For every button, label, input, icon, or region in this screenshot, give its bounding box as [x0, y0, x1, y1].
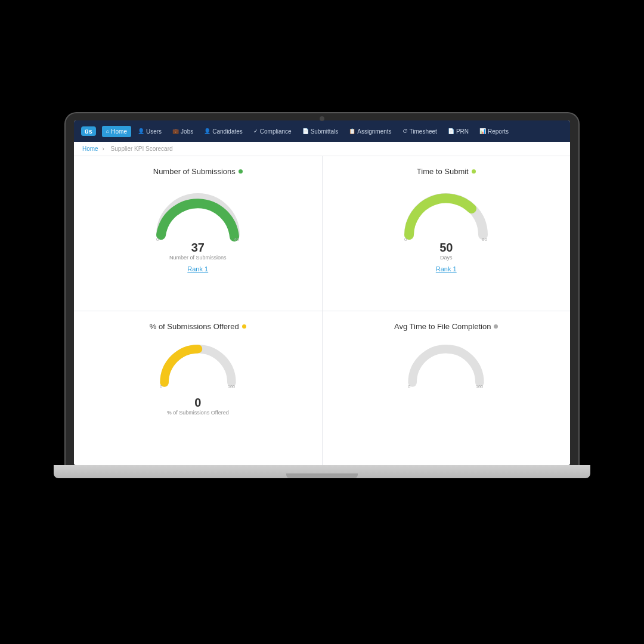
gauge-svg-submissions-offered: 0 100 [150, 338, 246, 398]
compliance-icon: ✓ [253, 128, 258, 134]
gauge-value-time-submit: 50 [439, 242, 453, 253]
gauge-max-submissions-offered: 100 [228, 383, 235, 389]
laptop-wrapper: ûs ⌂ Home 👤 Users 💼 Jobs 👤 [66, 113, 578, 531]
nav-item-compliance[interactable]: ✓ Compliance [249, 126, 296, 137]
screen-content-area: ûs ⌂ Home 👤 Users 💼 Jobs 👤 [74, 120, 570, 465]
gauge-submissions: 0 40 [150, 183, 246, 237]
prn-icon: 📄 [448, 128, 454, 134]
home-icon: ⌂ [106, 128, 109, 134]
nav-item-users[interactable]: 👤 Users [134, 126, 166, 137]
gauge-max-file-completion: 100 [476, 383, 483, 389]
kpi-title-file-completion: Avg Time to File Completion [394, 322, 498, 331]
gauge-min-time-submit: 0 [404, 237, 407, 242]
gauge-svg-submissions: 0 40 [150, 183, 246, 243]
nav-logo: ûs [81, 126, 96, 136]
kpi-title-submissions-offered: % of Submissions Offered [150, 322, 246, 331]
gauge-label-time-submit: Days [440, 255, 453, 261]
gauge-time-submit: 0 60 [398, 183, 494, 237]
navbar: ûs ⌂ Home 👤 Users 💼 Jobs 👤 [74, 120, 570, 142]
nav-item-assignments[interactable]: 📋 Assignments [345, 126, 395, 137]
nav-item-submittals[interactable]: 📄 Submittals [298, 126, 343, 137]
gauge-label-submissions: Number of Submissions [169, 255, 227, 261]
assignments-icon: 📋 [349, 128, 355, 134]
nav-item-timesheet[interactable]: ⏱ Timesheet [398, 126, 441, 137]
breadcrumb-current: Supplier KPI Scorecard [111, 145, 173, 152]
kpi-card-time-submit: Time to Submit 0 60 [323, 156, 571, 311]
kpi-dot-submissions [239, 169, 243, 174]
kpi-card-submissions-offered: % of Submissions Offered 0 100 [74, 311, 322, 466]
kpi-dot-file-completion [494, 324, 498, 329]
gauge-min-file-completion: 0 [408, 383, 411, 389]
reports-icon: 📊 [479, 128, 486, 134]
gauge-max-time-submit: 60 [482, 237, 487, 242]
breadcrumb: Home › Supplier KPI Scorecard [74, 142, 570, 156]
nav-item-prn[interactable]: 📄 PRN [444, 126, 473, 137]
timesheet-icon: ⏱ [402, 128, 408, 134]
rank-link-submissions[interactable]: Rank 1 [187, 265, 208, 273]
users-icon: 👤 [138, 128, 144, 134]
candidates-icon: 👤 [204, 128, 210, 134]
kpi-title-time-submit: Time to Submit [417, 167, 476, 176]
kpi-dot-time-submit [472, 169, 476, 174]
gauge-svg-time-submit: 0 60 [398, 183, 494, 243]
laptop-screen: ûs ⌂ Home 👤 Users 💼 Jobs 👤 [66, 113, 578, 465]
gauge-label-submissions-offered: % of Submissions Offered [167, 410, 229, 416]
breadcrumb-home[interactable]: Home [82, 145, 98, 152]
gauge-max-submissions: 40 [234, 237, 239, 242]
nav-item-reports[interactable]: 📊 Reports [475, 126, 513, 137]
gauge-value-submissions-offered: 0 [194, 397, 201, 408]
breadcrumb-separator: › [102, 145, 104, 152]
nav-item-home[interactable]: ⌂ Home [102, 126, 131, 137]
laptop-base [54, 465, 590, 478]
rank-link-time-submit[interactable]: Rank 1 [436, 265, 457, 273]
gauge-submissions-offered: 0 100 [150, 338, 246, 392]
dashboard-grid: Number of Submissions 0 40 [74, 156, 570, 465]
kpi-title-submissions: Number of Submissions [153, 167, 243, 176]
kpi-card-submissions: Number of Submissions 0 40 [74, 156, 322, 311]
gauge-min-submissions: 0 [156, 237, 159, 242]
submittals-icon: 📄 [302, 128, 309, 134]
gauge-file-completion: 0 100 [398, 338, 494, 392]
nav-item-jobs[interactable]: 💼 Jobs [168, 126, 197, 137]
kpi-dot-submissions-offered [242, 324, 246, 329]
gauge-min-submissions-offered: 0 [160, 383, 162, 389]
nav-item-candidates[interactable]: 👤 Candidates [200, 126, 247, 137]
jobs-icon: 💼 [172, 128, 179, 134]
gauge-svg-file-completion: 0 100 [398, 338, 494, 398]
gauge-value-submissions: 37 [191, 242, 205, 253]
kpi-card-file-completion: Avg Time to File Completion 0 100 [323, 311, 571, 466]
laptop-camera [320, 116, 324, 121]
